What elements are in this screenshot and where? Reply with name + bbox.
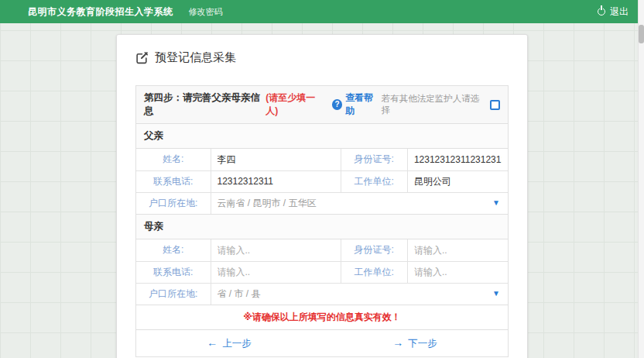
mother-residence-placeholder: 省 / 市 / 县 bbox=[218, 288, 261, 299]
arrow-right-icon: → bbox=[392, 336, 403, 349]
father-work-input[interactable] bbox=[414, 176, 502, 187]
mother-id-cell bbox=[407, 239, 508, 261]
father-residence-label: 户口所在地: bbox=[136, 192, 211, 214]
footer-nav: ←上一步 →下一步 bbox=[136, 329, 508, 356]
table-row: 联系电话: 工作单位: bbox=[136, 170, 508, 192]
table-row: 姓名: 身份证号: bbox=[136, 149, 508, 170]
next-button[interactable]: →下一步 bbox=[322, 330, 508, 356]
page-title: 预登记信息采集 bbox=[155, 50, 236, 65]
father-phone-cell bbox=[211, 170, 341, 192]
warning-text: ※请确保以上所填写的信息真实有效！ bbox=[136, 305, 508, 329]
scrollbar-thumb[interactable] bbox=[639, 25, 644, 43]
mother-phone-cell bbox=[211, 261, 341, 283]
next-button-label: 下一步 bbox=[408, 338, 437, 349]
power-icon bbox=[598, 8, 605, 15]
guardian-checkbox[interactable] bbox=[490, 100, 500, 110]
father-id-cell bbox=[407, 149, 508, 170]
mother-phone-label: 联系电话: bbox=[136, 261, 211, 283]
prev-button-label: 上一步 bbox=[222, 338, 252, 349]
app-title: 昆明市义务教育阶段招生入学系统 bbox=[28, 5, 173, 19]
table-row: 户口所在地: 云南省 / 昆明市 / 五华区 ▼ bbox=[136, 192, 508, 214]
step-header: 第四步：请完善父亲母亲信息 (请至少填一人) ? 查看帮助 若有其他法定监护人请… bbox=[136, 86, 508, 123]
mother-residence-select[interactable]: 省 / 市 / 县 ▼ bbox=[211, 283, 508, 305]
father-work-label: 工作单位: bbox=[341, 170, 407, 192]
mother-section-header: 母亲 bbox=[136, 214, 508, 239]
edit-icon bbox=[135, 51, 149, 64]
mother-residence-label: 户口所在地: bbox=[136, 283, 211, 305]
father-table: 姓名: 身份证号: 联系电话: 工作单位: 户口 bbox=[136, 149, 508, 214]
father-residence-value: 云南省 / 昆明市 / 五华区 bbox=[218, 198, 317, 208]
father-phone-input[interactable] bbox=[218, 176, 334, 187]
mother-work-cell bbox=[407, 261, 508, 283]
chevron-down-icon[interactable]: ▼ bbox=[492, 289, 500, 298]
help-icon[interactable]: ? bbox=[332, 99, 343, 110]
mother-id-label: 身份证号: bbox=[341, 239, 407, 261]
step-title: 第四步：请完善父亲母亲信息 bbox=[144, 91, 265, 118]
chevron-down-icon[interactable]: ▼ bbox=[492, 198, 500, 207]
form-panel: 第四步：请完善父亲母亲信息 (请至少填一人) ? 查看帮助 若有其他法定监护人请… bbox=[135, 85, 509, 357]
change-password-link[interactable]: 修改密码 bbox=[189, 6, 223, 18]
main-card: 预登记信息采集 第四步：请完善父亲母亲信息 (请至少填一人) ? 查看帮助 若有… bbox=[116, 34, 528, 358]
navbar: 昆明市义务教育阶段招生入学系统 修改密码 退出 bbox=[0, 0, 644, 23]
logout-label: 退出 bbox=[610, 5, 629, 19]
father-work-cell bbox=[407, 170, 508, 192]
mother-work-label: 工作单位: bbox=[341, 261, 407, 283]
prev-button[interactable]: ←上一步 bbox=[136, 330, 322, 356]
guardian-note: 若有其他法定监护人请选择 bbox=[382, 93, 485, 116]
card-header: 预登记信息采集 bbox=[135, 47, 509, 65]
mother-phone-input[interactable] bbox=[218, 267, 334, 277]
mother-name-cell bbox=[211, 239, 341, 261]
mother-table: 姓名: 身份证号: 联系电话: 工作单位: 户口 bbox=[136, 239, 508, 305]
father-name-input[interactable] bbox=[218, 154, 334, 165]
father-name-cell bbox=[211, 149, 341, 170]
step-required-note: (请至少填一人) bbox=[265, 91, 325, 118]
table-row: 联系电话: 工作单位: bbox=[136, 261, 508, 283]
arrow-left-icon: ← bbox=[207, 336, 218, 349]
help-link[interactable]: 查看帮助 bbox=[345, 91, 381, 118]
table-row: 姓名: 身份证号: bbox=[136, 239, 508, 261]
table-row: 户口所在地: 省 / 市 / 县 ▼ bbox=[136, 283, 508, 305]
mother-id-input[interactable] bbox=[414, 245, 502, 256]
father-id-label: 身份证号: bbox=[341, 149, 407, 170]
scrollbar[interactable] bbox=[638, 0, 644, 358]
mother-work-input[interactable] bbox=[414, 267, 502, 277]
father-residence-select[interactable]: 云南省 / 昆明市 / 五华区 ▼ bbox=[211, 192, 508, 214]
mother-name-input[interactable] bbox=[218, 245, 334, 256]
father-phone-label: 联系电话: bbox=[136, 170, 211, 192]
logout-button[interactable]: 退出 bbox=[598, 5, 629, 19]
father-name-label: 姓名: bbox=[136, 149, 211, 170]
father-id-input[interactable] bbox=[414, 154, 502, 165]
father-section-header: 父亲 bbox=[136, 123, 508, 149]
mother-name-label: 姓名: bbox=[136, 239, 211, 261]
